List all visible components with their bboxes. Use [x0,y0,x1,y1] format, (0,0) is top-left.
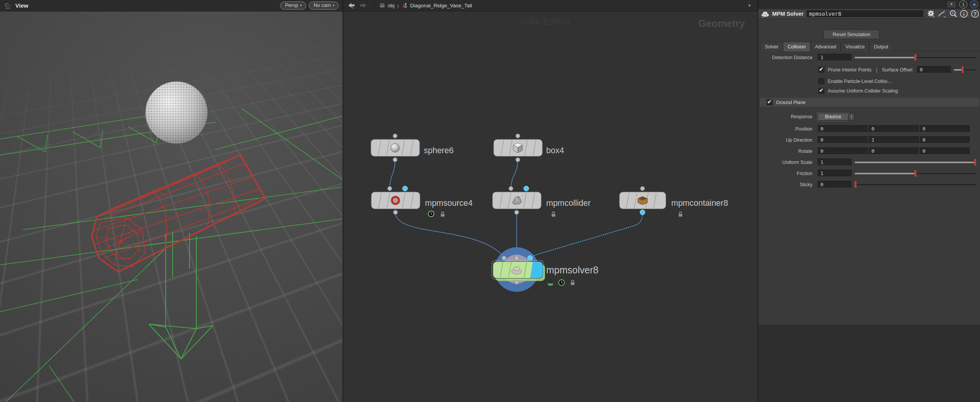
parameter-label: Up Direction [758,137,818,143]
sticky-slider[interactable] [855,181,977,188]
position-y-input[interactable] [869,125,919,132]
tab-output[interactable]: Output [869,42,893,51]
slider-handle[interactable] [974,159,976,165]
screen-set-button[interactable]: 1 [959,0,967,8]
tab-visualize[interactable]: Visualize [841,42,869,51]
surface-offset-input[interactable] [917,66,951,73]
render-badge-icon [547,280,553,286]
position-z-input[interactable] [920,125,970,132]
reset-simulation-button[interactable]: Reset Simulation [824,30,880,39]
rotate-y-input[interactable] [869,147,919,155]
parameter-header: MPM Solver i ? [758,9,980,19]
slider-handle[interactable] [962,66,964,73]
camera-button[interactable]: No cam▾ [309,2,339,10]
parameters-pane: ▼ 1 MPM Solver [758,0,980,402]
node-mpmcontainer8[interactable]: mpmcontainer8 [619,187,728,215]
parameter-tabs: Solver Collision Advanced Visualize Outp… [758,42,980,51]
ground-plane-folder[interactable]: Ground Plane [760,98,979,107]
node-mpmsource4[interactable]: mpmsource4 [371,186,473,215]
node-box4[interactable]: box4 [494,134,564,162]
viewport-canvas[interactable] [0,12,343,402]
node-label: sphere6 [424,146,454,155]
node-label: mpmcontainer8 [671,199,728,208]
prune-interior-points-checkbox[interactable] [819,67,824,73]
parameter-label: Detection Distance [758,55,818,60]
node-label: mpmsolver8 [546,265,598,275]
checkbox-label: Prune Interior Points [828,67,871,73]
slider-handle[interactable] [914,170,916,177]
radial-menu-icon[interactable] [970,0,978,8]
view-menu[interactable]: View [15,2,28,9]
node-label: mpmsource4 [425,199,473,208]
brush-icon[interactable] [937,10,947,18]
chevron-down-icon: ▾ [300,2,302,8]
detection-distance-slider[interactable] [855,54,977,61]
enable-particle-level-checkbox[interactable] [819,78,824,84]
prune-row: Prune Interior Points | Surface Offset [758,66,978,74]
svg-text:i: i [963,11,965,17]
parameter-label: Friction [758,171,818,176]
up-direction-x-input[interactable] [818,136,868,144]
parameter-label: Rotate [758,149,818,154]
mpm-source-icon [392,197,399,204]
assume-uniform-row: Assume Uniform Collider Scaling [758,87,978,95]
pane-menu-dropdown[interactable]: ▼ [947,1,956,8]
node-mpmcollider[interactable]: mpmcollider [492,186,591,215]
friction-input[interactable] [818,170,852,177]
tab-collision[interactable]: Collision [783,42,810,51]
up-direction-y-input[interactable] [869,136,919,144]
mpm-solver-node-icon [760,10,770,18]
detection-distance-input[interactable] [818,54,852,61]
parameter-label: Response [758,114,818,119]
gear-icon[interactable] [926,10,936,18]
friction-row: Friction [758,169,978,177]
rotate-x-input[interactable] [818,147,868,155]
sticky-input[interactable] [818,181,852,188]
uniform-scale-input[interactable] [818,159,852,166]
viewport-toolbar: View Persp▾ No cam▾ [0,0,343,12]
detection-distance-row: Detection Distance [758,53,978,61]
position-row: Position [758,125,978,133]
parameter-body: Reset Simulation Solver Collision Advanc… [758,19,980,325]
tab-solver[interactable]: Solver [760,42,783,51]
up-direction-z-input[interactable] [920,136,970,144]
timeshift-badge-icon [428,211,434,217]
lock-badge-icon [679,212,682,217]
camera-view-icon [4,2,12,10]
friction-slider[interactable] [855,170,977,177]
info-icon[interactable]: i [960,10,969,18]
lock-badge-icon [441,212,445,217]
slider-handle[interactable] [914,54,916,61]
ground-plane-checkbox[interactable] [767,99,772,105]
particle-level-row: Enable Particle-Level Collisi… [758,77,978,85]
node-label: mpmcollider [546,199,591,208]
dropdown-spinner[interactable]: ▲▼ [848,113,855,121]
particle-sphere[interactable] [145,81,208,144]
help-icon[interactable]: ? [971,10,980,18]
response-dropdown[interactable]: Bounce [818,113,848,121]
node-mpmsolver8[interactable]: mpmsolver8 [492,247,598,292]
magnifier-icon[interactable] [949,10,958,18]
network-editor-pane: obj › Diagonal_Ridge_Vase_Tall ▼ Indie E… [343,0,758,402]
houdini-window: View Persp▾ No cam▾ [0,0,980,402]
pane-top-strip: ▼ 1 [758,0,980,8]
label-separator: | [876,67,877,73]
tab-advanced[interactable]: Advanced [810,42,841,51]
rotate-row: Rotate [758,147,978,155]
node-name-input[interactable] [807,10,923,18]
uniform-scale-slider[interactable] [855,159,977,166]
node-sphere6[interactable]: sphere6 [371,134,454,162]
position-x-input[interactable] [818,125,868,132]
checkbox-label: Assume Uniform Collider Scaling [828,88,898,94]
assume-uniform-checkbox[interactable] [819,88,824,94]
parameter-label: Position [758,126,818,132]
parameter-label: Uniform Scale [758,160,818,165]
rotate-z-input[interactable] [920,147,970,155]
surface-offset-slider[interactable] [954,66,976,73]
lock-badge-icon [571,280,575,285]
timeshift-badge-icon [559,280,565,286]
parameter-label: Sticky [758,182,818,187]
projection-button[interactable]: Persp▾ [280,2,306,10]
vase-wireframe[interactable] [92,155,265,272]
slider-handle[interactable] [855,181,856,188]
